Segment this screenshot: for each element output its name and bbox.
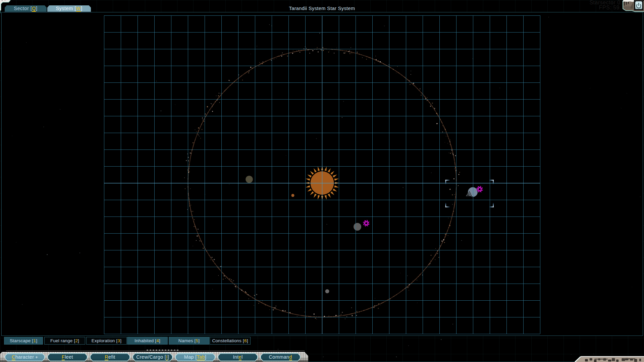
toggle-label-end: ] bbox=[159, 338, 160, 343]
menu-button-text: ] bbox=[168, 354, 169, 360]
tab-label: System [ bbox=[56, 6, 76, 11]
menu-button-text: R bbox=[105, 354, 108, 360]
menu-button-text: Crew/Cargo [ bbox=[136, 354, 166, 360]
toggle-label-end: ] bbox=[120, 338, 121, 343]
menu-button-text: Comman bbox=[269, 354, 289, 360]
tab-hotkey: W bbox=[76, 6, 81, 12]
toggle-fuel-range[interactable]: Fuel range [2] bbox=[44, 337, 85, 345]
menu-button-suffix: + bbox=[34, 355, 38, 360]
toggle-starscape[interactable]: Starscape [1] bbox=[4, 337, 43, 345]
bottom-bar-topline bbox=[6, 351, 305, 351]
menu-button-text: e bbox=[239, 354, 241, 360]
toggle-label: Starscape [ bbox=[10, 338, 34, 343]
menu-button-map[interactable]: Map [Tab] bbox=[175, 353, 215, 361]
menu-button-text: efit bbox=[108, 354, 115, 360]
menu-button-fleet[interactable]: Fleet bbox=[47, 353, 88, 361]
menu-button-intel[interactable]: Intel bbox=[218, 353, 258, 361]
menu-button-text: Int bbox=[233, 354, 239, 360]
menu-button-label: Character + bbox=[5, 353, 45, 361]
menu-button-label: Refit bbox=[90, 353, 130, 361]
menu-button-character[interactable]: Character + bbox=[5, 353, 45, 361]
corner-decoration-top-left bbox=[0, 0, 13, 13]
menu-button-label: Fleet bbox=[47, 353, 88, 361]
toggle-label-end: ] bbox=[36, 338, 37, 343]
toggle-label-end: ] bbox=[198, 338, 200, 343]
menu-button-text: Map [ bbox=[184, 354, 197, 360]
menu-button-crew-cargo[interactable]: Crew/Cargo [I] bbox=[132, 353, 173, 361]
tab-system[interactable]: System [W] bbox=[47, 5, 91, 12]
menu-button-text: d bbox=[289, 354, 292, 360]
toggle-constellations[interactable]: Constellations [6] bbox=[210, 337, 251, 345]
toggle-names[interactable]: Names [5] bbox=[169, 337, 209, 345]
toggle-hotkey: 4 bbox=[156, 338, 159, 343]
tab-underline bbox=[4, 12, 91, 12]
menu-button-label: Crew/Cargo [I] bbox=[132, 353, 173, 361]
menu-button-command[interactable]: Command bbox=[260, 353, 301, 361]
toggle-label: Exploration [ bbox=[92, 338, 118, 343]
bottom-bar-dash-detail bbox=[147, 350, 179, 351]
toggle-inhabited[interactable]: Inhabited [4] bbox=[127, 337, 168, 345]
version-fps-readout: Starsector 0.9 FPS: 59. bbox=[589, 0, 625, 10]
menu-button-label: Intel bbox=[218, 353, 258, 361]
version-text: Starsector 0.9 bbox=[589, 0, 625, 5]
page-title: Tarandii System Star System bbox=[0, 6, 644, 11]
toggle-hotkey: 1 bbox=[33, 338, 36, 343]
corner-decoration-top-right bbox=[621, 0, 644, 12]
fps-text: FPS: 59. bbox=[589, 5, 621, 10]
tab-label: Sector [ bbox=[14, 6, 32, 11]
toggle-hotkey: 2 bbox=[75, 338, 78, 343]
toggle-label: Inhabited [ bbox=[135, 338, 156, 343]
tab-hotkey: Q bbox=[32, 6, 36, 12]
corner-decoration-bottom-right bbox=[574, 356, 644, 362]
menu-button-refit[interactable]: Refit bbox=[90, 353, 130, 361]
system-map-viewport[interactable] bbox=[1, 12, 643, 336]
toggle-label: Constellations [ bbox=[212, 338, 244, 343]
power-button[interactable] bbox=[634, 0, 643, 10]
menu-button-label: Command bbox=[260, 353, 301, 361]
toggle-hotkey: 6 bbox=[244, 338, 247, 343]
menu-button-text: l bbox=[241, 354, 243, 360]
tab-label-end: ] bbox=[36, 6, 38, 11]
toggle-label-end: ] bbox=[78, 338, 79, 343]
toggle-label: Fuel range [ bbox=[50, 338, 75, 343]
menu-button-text: haracter bbox=[15, 354, 34, 360]
tab-label-end: ] bbox=[81, 6, 83, 11]
menu-button-text: C bbox=[12, 354, 15, 360]
menu-button-label: Map [Tab] bbox=[175, 353, 215, 361]
menu-button-text: leet bbox=[65, 354, 73, 360]
toggle-label: Names [ bbox=[178, 338, 196, 343]
toggle-label-end: ] bbox=[247, 338, 248, 343]
menu-button-text: ] bbox=[205, 354, 206, 360]
menu-button-text: F bbox=[62, 354, 65, 360]
toggle-exploration[interactable]: Exploration [3] bbox=[86, 337, 127, 345]
menu-button-text: Tab bbox=[197, 354, 205, 360]
